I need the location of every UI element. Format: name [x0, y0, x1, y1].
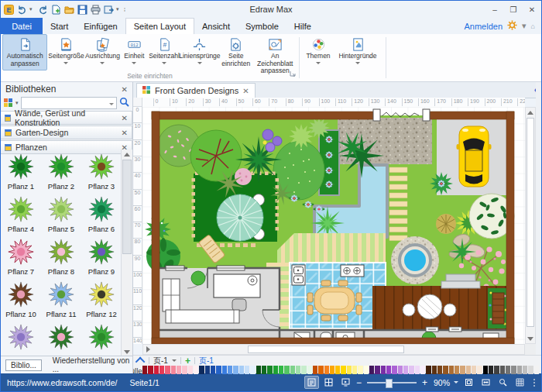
library-grid-caret[interactable]: ▾ [15, 100, 19, 106]
scrollbar-thumb[interactable] [122, 160, 132, 254]
color-swatch[interactable] [437, 366, 442, 374]
menu-tab-einf-gen[interactable]: Einfügen [76, 18, 125, 34]
color-swatch[interactable] [142, 366, 147, 374]
fit-width-icon[interactable] [479, 377, 492, 388]
unit-button[interactable]: 012 Einheit [120, 34, 148, 70]
color-swatch[interactable] [165, 366, 170, 374]
maximize-button[interactable]: ❐ [504, 2, 523, 16]
color-swatch[interactable] [420, 366, 425, 374]
color-swatch[interactable] [381, 366, 386, 374]
document-tab-close-icon[interactable]: ✕ [242, 87, 249, 95]
color-swatch[interactable] [443, 366, 448, 374]
plant-shape-item[interactable]: Pflanz 10 [1, 277, 41, 320]
color-swatch[interactable] [392, 366, 396, 374]
plant-shape-item[interactable]: Pflanz 7 [1, 235, 41, 277]
drawing-canvas[interactable] [142, 107, 525, 344]
color-swatch[interactable] [506, 366, 510, 374]
library-search-input[interactable] [21, 97, 117, 109]
color-swatch[interactable] [330, 366, 334, 374]
color-swatch[interactable] [364, 366, 369, 374]
plant-shape-item[interactable] [1, 320, 41, 356]
color-swatch[interactable] [460, 366, 465, 374]
line-jumps-button[interactable]: Liniensprünge [180, 34, 219, 70]
color-swatch[interactable] [245, 366, 249, 374]
color-swatch[interactable] [239, 366, 244, 374]
plant-shape-item[interactable] [41, 320, 81, 356]
color-swatch[interactable] [324, 366, 329, 374]
color-swatch[interactable] [171, 366, 176, 374]
zoom-out-button[interactable]: − [356, 377, 362, 388]
library-grid-icon[interactable] [4, 96, 13, 110]
color-swatch[interactable] [307, 366, 312, 374]
color-swatch[interactable] [523, 366, 527, 374]
color-swatch[interactable] [528, 366, 533, 374]
new-file-icon[interactable] [50, 4, 62, 15]
library-section-garden-design[interactable]: Garten-Design ✕ [1, 126, 132, 139]
color-swatch[interactable] [279, 366, 283, 374]
color-swatch[interactable] [472, 366, 476, 374]
color-swatch[interactable] [489, 366, 493, 374]
undo-dropdown-caret[interactable]: ▾ [29, 6, 36, 12]
document-tab[interactable]: Front Garden Designs ✕ [136, 83, 256, 98]
search-icon[interactable] [119, 96, 129, 110]
section-close-icon[interactable]: ✕ [122, 129, 128, 137]
settings-gear-icon[interactable] [507, 20, 517, 32]
color-swatch[interactable] [511, 366, 516, 374]
dialog-launcher-icon[interactable] [290, 66, 296, 80]
search-dropdown-caret[interactable] [109, 103, 114, 108]
plant-shape-item[interactable]: Pflanz 5 [41, 192, 81, 235]
plant-shape-item[interactable]: Pflanz 3 [81, 150, 122, 192]
library-section-walls[interactable]: Wände, Gerüst und Konstruktion ✕ [1, 111, 132, 125]
vscrollbar-thumb[interactable] [527, 118, 534, 327]
color-swatch[interactable] [415, 366, 420, 374]
color-swatch[interactable] [211, 366, 215, 374]
color-swatch[interactable] [449, 366, 454, 374]
grid-toggle-icon[interactable] [513, 377, 527, 388]
menu-tab-hilfe[interactable]: Hilfe [286, 18, 319, 34]
page-dropdown-caret[interactable] [172, 359, 177, 364]
color-swatch[interactable] [318, 366, 323, 374]
restore-footer-tab[interactable]: Wiederherstellung von ... [53, 356, 132, 373]
color-swatch[interactable] [347, 366, 352, 374]
menu-tab-start[interactable]: Start [43, 18, 76, 34]
presentation-view-icon[interactable] [339, 377, 352, 388]
color-swatch[interactable] [262, 366, 266, 374]
zoom-slider[interactable] [367, 382, 417, 383]
color-swatch[interactable] [534, 366, 539, 374]
plant-shape-item[interactable]: Pflanz 6 [81, 192, 122, 235]
collapse-ribbon-icon[interactable]: ⌂ [531, 22, 535, 30]
color-swatch[interactable] [284, 366, 289, 374]
color-swatch[interactable] [494, 366, 499, 374]
color-swatch[interactable] [426, 366, 431, 374]
color-swatch[interactable] [313, 366, 317, 374]
color-swatch[interactable] [352, 366, 357, 374]
plant-shape-item[interactable]: Pflanz 9 [81, 235, 122, 277]
color-swatch[interactable] [177, 366, 181, 374]
color-swatch[interactable] [154, 366, 159, 374]
scroll-up-icon[interactable] [122, 150, 132, 159]
color-swatch[interactable] [500, 366, 505, 374]
zoom-caret[interactable] [454, 381, 458, 386]
color-swatch[interactable] [228, 366, 232, 374]
themes-button[interactable]: Themen [301, 34, 335, 70]
current-page-label[interactable]: 页-1 [153, 356, 168, 366]
color-swatch[interactable] [222, 366, 227, 374]
menu-tab-seiten-layout[interactable]: Seiten Layout [125, 18, 194, 34]
close-button[interactable]: ✕ [523, 2, 541, 16]
minimize-button[interactable]: – [485, 2, 504, 16]
color-swatch[interactable] [273, 366, 278, 374]
qat-more-icon[interactable]: ⁞ [124, 7, 130, 12]
zoom-slider-thumb[interactable] [386, 379, 393, 388]
plant-shape-item[interactable]: Pflanz 1 [1, 150, 41, 192]
zoom-area-icon[interactable] [496, 377, 509, 388]
page-tab-active[interactable]: 页-1 [199, 356, 214, 366]
resize-grip[interactable] [533, 379, 535, 387]
open-file-icon[interactable] [63, 4, 75, 15]
color-swatch[interactable] [182, 366, 187, 374]
color-swatch[interactable] [358, 366, 362, 374]
color-swatch[interactable] [466, 366, 471, 374]
color-swatch[interactable] [188, 366, 193, 374]
color-swatch[interactable] [375, 366, 379, 374]
auto-fit-button[interactable]: Automatisch anpassen [2, 34, 47, 70]
fit-page-icon[interactable] [462, 377, 475, 388]
